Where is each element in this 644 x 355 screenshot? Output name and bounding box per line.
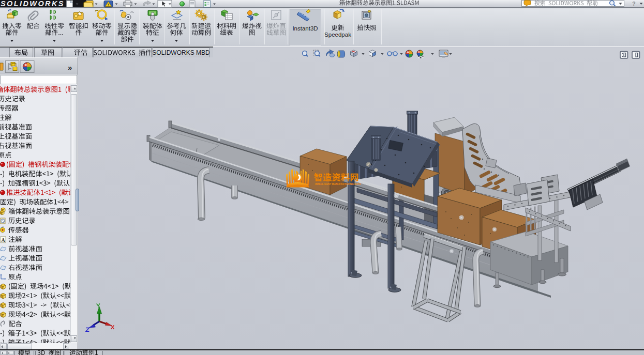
svg-text:SOLIDWORKS MBD: SOLIDWORKS MBD [152,49,210,56]
svg-text:!: ! [108,3,109,7]
svg-text:»: » [68,63,72,72]
svg-text:Instant3D: Instant3D [292,25,318,32]
svg-text:A: A [2,237,6,243]
svg-text:Speedpak: Speedpak [324,32,351,38]
svg-text:SOLIDWORKS: SOLIDWORKS [1,0,65,8]
svg-text:?: ? [632,1,636,7]
